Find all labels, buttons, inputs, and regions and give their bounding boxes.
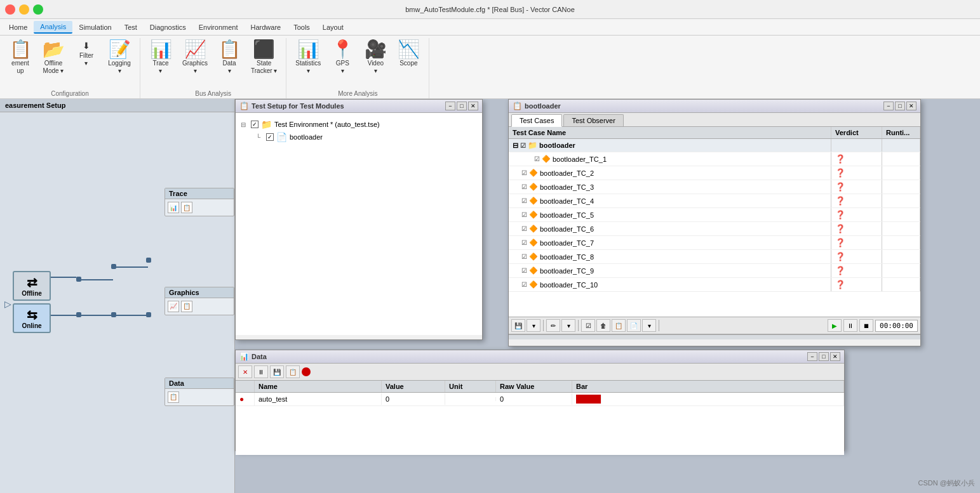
tc4-name: ☑ 🔶 bootloader_TC_4 (509, 194, 831, 207)
tab-test-cases[interactable]: Test Cases (511, 114, 562, 127)
tc3-runtime (882, 180, 920, 194)
menu-simulation[interactable]: Simulation (72, 22, 117, 33)
watermark: CSDN @蚂蚁小兵 (918, 478, 975, 488)
test-row-tc4[interactable]: ☑ 🔶 bootloader_TC_4 ❓ (509, 194, 920, 208)
menu-layout[interactable]: Layout (316, 22, 350, 33)
tc3-verdict: ❓ (831, 180, 882, 194)
bootloader-close[interactable]: ✕ (906, 102, 916, 110)
ribbon-btn-data[interactable]: 📋 Data▾ (214, 38, 245, 77)
graphics-box-content: 📈 📋 (165, 298, 234, 315)
data-row-icon: ● (236, 393, 255, 405)
data-icon: 📋 (218, 41, 241, 58)
test-row-tc7[interactable]: ☑ 🔶 bootloader_TC_7 ❓ (509, 236, 920, 250)
bootloader-minimize[interactable]: − (883, 102, 894, 110)
offline-mode-icon: ⇄ (19, 275, 44, 290)
tree-child-label: bootloader (290, 133, 323, 141)
play-btn[interactable]: ▶ (828, 319, 842, 332)
toolbar-delete-btn[interactable]: 🗑 (596, 319, 610, 332)
close-button[interactable] (5, 4, 15, 15)
graphics-icon-btn[interactable]: 📈 (168, 301, 179, 312)
test-setup-controls: − □ ✕ (445, 102, 478, 110)
data-clear-btn[interactable]: ✕ (238, 365, 252, 378)
test-row-tc6[interactable]: ☑ 🔶 bootloader_TC_6 ❓ (509, 222, 920, 236)
toolbar-paste-btn[interactable]: 📄 (627, 319, 641, 332)
tc2-runtime (882, 166, 920, 180)
data-minimize[interactable]: − (807, 352, 817, 361)
online-mode-icon: ⇆ (19, 307, 44, 322)
test-row-tc2[interactable]: ☑ 🔶 bootloader_TC_2 ❓ (509, 166, 920, 180)
menu-diagnostics[interactable]: Diagnostics (144, 22, 192, 33)
ribbon-btn-logging[interactable]: 📝 Logging▾ (104, 38, 135, 77)
menu-tools[interactable]: Tools (287, 22, 316, 33)
tab-test-observer[interactable]: Test Observer (563, 114, 623, 126)
test-setup-maximize[interactable]: □ (457, 102, 467, 110)
test-row-tc3[interactable]: ☑ 🔶 bootloader_TC_3 ❓ (509, 180, 920, 194)
ribbon-btn-state-tracker[interactable]: ⬛ StateTracker ▾ (247, 38, 281, 77)
test-setup-minimize[interactable]: − (445, 102, 455, 110)
ribbon-btn-measurement[interactable]: 📋 ementup (5, 38, 36, 77)
ribbon-btn-graphics[interactable]: 📈 Graphics▾ (178, 38, 211, 77)
tree-child-bootloader[interactable]: └ ✓ 📄 bootloader (256, 131, 477, 143)
toolbar-copy-btn[interactable]: 📋 (612, 319, 626, 332)
toolbar-dropdown-btn[interactable]: ▾ (527, 319, 540, 332)
toolbar-edit-dropdown[interactable]: ▾ (561, 319, 575, 332)
data-record-btn[interactable] (302, 367, 311, 376)
bootloader-title-bar[interactable]: 📋 bootloader − □ ✕ (509, 100, 920, 113)
ribbon-btn-offline-mode[interactable]: 📂 OfflineMode ▾ (38, 38, 69, 77)
tree-root-item[interactable]: ⊟ ✓ 📁 Test Environment * (auto_test.tse) (241, 118, 477, 131)
connector-line-4 (81, 315, 113, 316)
trace-config-icon[interactable]: 📋 (181, 202, 192, 213)
menu-test[interactable]: Test (118, 22, 144, 33)
ribbon-btn-trace[interactable]: 📊 Trace▾ (145, 38, 176, 77)
ribbon-btn-scope[interactable]: 📉 Scope (393, 38, 424, 70)
toolbar-save-btn[interactable]: 💾 (511, 319, 525, 332)
data-window-controls: − □ ✕ (807, 352, 840, 361)
data-maximize[interactable]: □ (819, 352, 829, 361)
data-pause-btn[interactable]: ⏸ (254, 365, 268, 378)
tree-checkbox-root[interactable]: ✓ (251, 121, 258, 128)
stop-btn[interactable]: ⏹ (859, 319, 873, 332)
toolbar-select-btn[interactable]: ☑ (581, 319, 595, 332)
tc6-runtime (882, 222, 920, 235)
ribbon-btn-gps[interactable]: 📍 GPS▾ (327, 38, 358, 77)
test-group-row[interactable]: ⊟ ☑ 📁 bootloader (509, 139, 920, 152)
pause-btn[interactable]: ⏸ (843, 319, 857, 332)
menu-hardware[interactable]: Hardware (244, 22, 287, 33)
ribbon-group-items-config: 📋 ementup 📂 OfflineMode ▾ ⬇ Filter▾ 📝 Lo… (5, 38, 135, 90)
bootloader-title-text: 📋 bootloader (513, 102, 561, 110)
ribbon-btn-filter[interactable]: ⬇ Filter▾ (71, 38, 102, 70)
test-row-tc10[interactable]: ☑ 🔶 bootloader_TC_10 ❓ (509, 278, 920, 292)
menu-analysis[interactable]: Analysis (34, 21, 72, 34)
ribbon-btn-statistics[interactable]: 📊 Statistics▾ (292, 38, 325, 77)
menu-environment[interactable]: Environment (192, 22, 245, 33)
offline-mode-box[interactable]: ⇄ Offline (13, 271, 51, 301)
ribbon-btn-video[interactable]: 🎥 Video▾ (360, 38, 391, 77)
maximize-button[interactable] (33, 4, 43, 15)
data-row-autotest[interactable]: ● auto_test 0 0 (236, 393, 844, 406)
test-row-tc8[interactable]: ☑ 🔶 bootloader_TC_8 ❓ (509, 250, 920, 264)
data-export-btn[interactable]: 📋 (286, 365, 300, 378)
test-row-tc9[interactable]: ☑ 🔶 bootloader_TC_9 ❓ (509, 264, 920, 278)
group-check-icon: ☑ (520, 142, 526, 149)
tree-checkbox-child[interactable]: ✓ (266, 133, 274, 141)
trace-icon-btn[interactable]: 📊 (168, 202, 179, 213)
bootloader-maximize[interactable]: □ (895, 102, 905, 110)
test-setup-close[interactable]: ✕ (468, 102, 478, 110)
data-icon-btn[interactable]: 📋 (168, 391, 179, 403)
test-setup-title-bar[interactable]: 📋 Test Setup for Test Modules − □ ✕ (236, 100, 482, 113)
menu-home[interactable]: Home (3, 22, 34, 33)
data-title-bar[interactable]: 📊 Data − □ ✕ (236, 350, 844, 364)
online-mode-box[interactable]: ⇆ Online (13, 303, 51, 333)
test-row-tc5[interactable]: ☑ 🔶 bootloader_TC_5 ❓ (509, 208, 920, 222)
toolbar-edit-btn[interactable]: ✏ (546, 319, 560, 332)
data-close[interactable]: ✕ (830, 352, 840, 361)
ribbon-group-items-bus: 📊 Trace▾ 📈 Graphics▾ 📋 Data▾ ⬛ StateTrac… (145, 38, 281, 90)
minimize-button[interactable] (19, 4, 29, 15)
data-save-btn[interactable]: 💾 (270, 365, 284, 378)
trace-icon: 📊 (150, 41, 172, 58)
test-row-tc1[interactable]: ☑ 🔶 bootloader_TC_1 ❓ (509, 152, 920, 166)
playback-controls: ▶ ⏸ ⏹ 00:00:00 (828, 319, 918, 332)
toolbar-more-btn[interactable]: ▾ (642, 319, 656, 332)
graphics-config-icon[interactable]: 📋 (181, 301, 192, 312)
bootloader-controls: − □ ✕ (883, 102, 916, 110)
